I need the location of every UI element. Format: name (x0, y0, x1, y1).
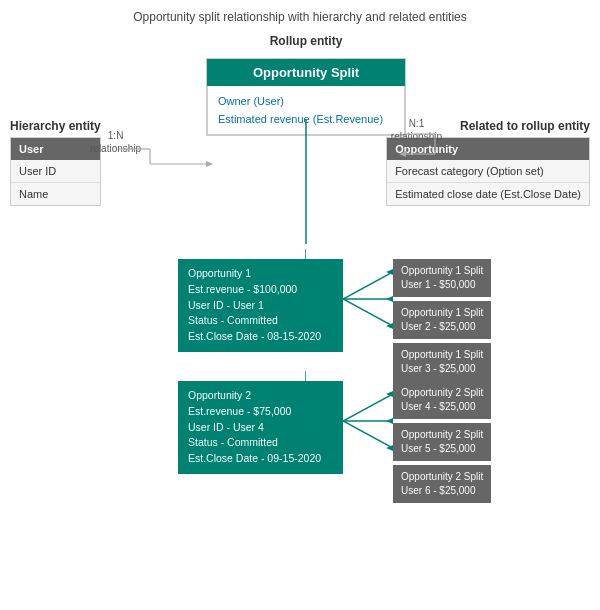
opp1-line4: Est.Close Date - 08-15-2020 (188, 329, 333, 345)
svg-line-25 (343, 421, 393, 448)
opp2-box: Opportunity 2 Est.revenue - $75,000 User… (178, 381, 343, 474)
rel-left-label: 1:N relationship (90, 129, 141, 155)
svg-marker-24 (386, 418, 393, 424)
svg-marker-15 (386, 296, 393, 302)
rollup-label: Rollup entity (270, 34, 343, 48)
hierarchy-entity-box: User User ID Name (10, 137, 101, 206)
opp2-line4: Est.Close Date - 09-15-2020 (188, 451, 333, 467)
svg-line-12 (343, 272, 393, 299)
rel-right-label: N:1 relationship (391, 117, 442, 143)
svg-marker-17 (386, 323, 393, 329)
hierarchy-title: Hierarchy entity (10, 119, 101, 133)
opp2-split1: Opportunity 2 Split User 5 - $25,000 (393, 423, 491, 461)
top-diagram: Rollup entity Opportunity Split Owner (U… (10, 34, 590, 244)
related-entity-box: Opportunity Forecast category (Option se… (386, 137, 590, 206)
opp2-split2: Opportunity 2 Split User 6 - $25,000 (393, 465, 491, 503)
hierarchy-field-1: Name (11, 183, 100, 205)
svg-line-21 (343, 394, 393, 421)
opp1-split1: Opportunity 1 Split User 2 - $25,000 (393, 301, 491, 339)
related-body: Forecast category (Option set) Estimated… (387, 160, 589, 205)
hierarchy-field-0: User ID (11, 160, 100, 183)
opp1-line2: User ID - User 1 (188, 298, 333, 314)
opp2-line1: Est.revenue - $75,000 (188, 404, 333, 420)
rollup-field-0: Owner (User) (218, 92, 394, 110)
rollup-header: Opportunity Split (207, 59, 405, 86)
page: Opportunity split relationship with hier… (0, 0, 600, 610)
opp2-line3: Status - Committed (188, 435, 333, 451)
svg-marker-22 (386, 391, 393, 397)
rollup-field-1: Estimated revenue (Est.Revenue) (218, 110, 394, 128)
bottom-diagram: Opportunity 1 Est.revenue - $100,000 Use… (10, 249, 590, 471)
hierarchy-section: Hierarchy entity User User ID Name (10, 119, 101, 206)
opp1-line3: Status - Committed (188, 313, 333, 329)
opp1-split0: Opportunity 1 Split User 1 - $50,000 (393, 259, 491, 297)
opp1-line1: Est.revenue - $100,000 (188, 282, 333, 298)
svg-marker-26 (386, 445, 393, 451)
svg-line-16 (343, 299, 393, 326)
rollup-box: Opportunity Split Owner (User) Estimated… (206, 58, 406, 136)
svg-marker-13 (386, 269, 393, 275)
opp1-line0: Opportunity 1 (188, 266, 333, 282)
opp1-box: Opportunity 1 Est.revenue - $100,000 Use… (178, 259, 343, 352)
opp2-split0: Opportunity 2 Split User 4 - $25,000 (393, 381, 491, 419)
related-field-0: Forecast category (Option set) (387, 160, 589, 183)
opp2-line0: Opportunity 2 (188, 388, 333, 404)
hierarchy-body: User ID Name (11, 160, 100, 205)
rollup-body: Owner (User) Estimated revenue (Est.Reve… (207, 86, 405, 135)
svg-marker-1 (206, 161, 213, 167)
opp2-line2: User ID - User 4 (188, 420, 333, 436)
opp1-split-arrows (343, 259, 393, 339)
hierarchy-header: User (11, 138, 100, 160)
opp2-split-arrows (343, 381, 393, 461)
page-title: Opportunity split relationship with hier… (10, 10, 590, 24)
related-field-1: Estimated close date (Est.Close Date) (387, 183, 589, 205)
